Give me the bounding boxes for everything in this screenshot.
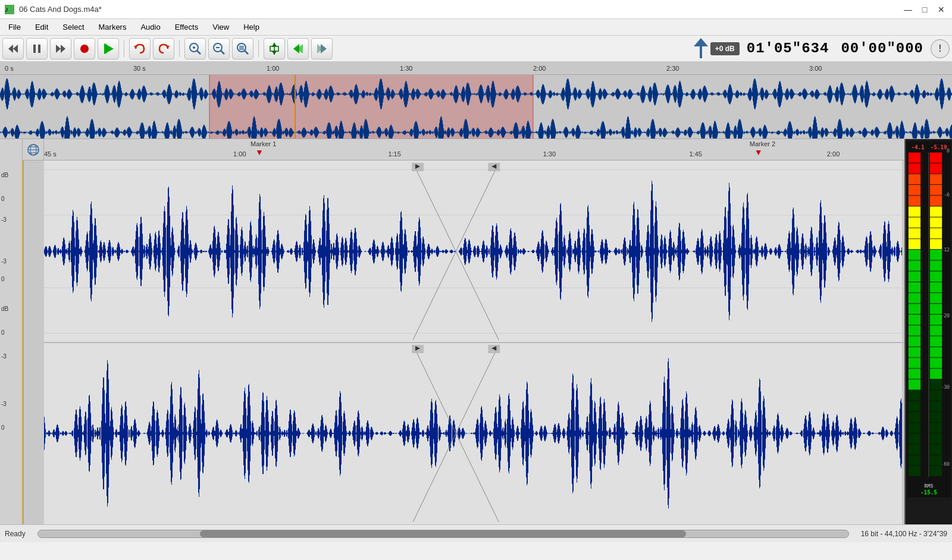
marker2-label: Marker 2: [750, 140, 775, 147]
divider-2: [179, 40, 180, 57]
svg-line-17: [221, 51, 224, 54]
zoom-out-button[interactable]: [208, 38, 230, 59]
menu-item-edit[interactable]: Edit: [29, 21, 54, 33]
svg-marker-10: [166, 46, 170, 49]
time-label-230: 2:30: [666, 65, 679, 72]
menu-item-markers[interactable]: Markers: [93, 21, 133, 33]
detail-time-200: 2:00: [827, 150, 840, 158]
svg-marker-1: [13, 45, 18, 53]
playhead-marker[interactable]: [694, 38, 708, 59]
status-bar: Ready 16 bit - 44,100 Hz - 3'24"39: [0, 524, 952, 542]
time-label-30s: 30 s: [133, 65, 146, 72]
menu-item-effects[interactable]: Effects: [169, 21, 205, 33]
main-waveform-area[interactable]: Marker 1 ▼ Marker 2 ▼ 45 s 1:00 1:15 1:3…: [23, 139, 904, 524]
format-info: 16 bit - 44,100 Hz - 3'24"39: [861, 530, 947, 538]
menu-item-view[interactable]: View: [206, 21, 235, 33]
vu-meter-canvas: [907, 141, 951, 498]
svg-line-19: [245, 51, 248, 54]
alert-button[interactable]: !: [931, 39, 950, 58]
current-time-display: 01'05"634: [742, 40, 834, 56]
svg-rect-3: [38, 45, 40, 53]
gain-display: +0 dB: [710, 42, 740, 55]
db-panel: dB 0 -3 -3 0 dB 0 -3 -3 0: [0, 139, 23, 524]
adjust-amplitude-button[interactable]: [264, 38, 285, 59]
redo-button[interactable]: [153, 38, 174, 59]
zoom-in-button[interactable]: [184, 38, 206, 59]
pause-button[interactable]: [26, 38, 48, 59]
time-label-1m: 1:00: [267, 65, 279, 72]
scrollbar-track[interactable]: [37, 530, 849, 538]
menu-item-help[interactable]: Help: [237, 21, 265, 33]
title-bar: ♪ 06 Cats And Dogs.m4a* — □ ✕: [0, 0, 952, 19]
overview-waveform[interactable]: 0 s 30 s 1:00 1:30 2:00 2:30 3:00: [0, 62, 952, 139]
detail-section: dB 0 -3 -3 0 dB 0 -3 -3 0 Marker 1 ▼: [0, 139, 952, 524]
db-3-ch1: -3: [1, 216, 7, 223]
db-0-ch1: 0: [1, 196, 5, 202]
db-label-ch1-top: dB: [1, 172, 8, 178]
marker2-line: [23, 161, 23, 524]
svg-marker-4: [56, 45, 61, 53]
status-text: Ready: [5, 530, 26, 538]
time-label-130: 1:30: [400, 65, 412, 72]
envelope-in-button[interactable]: [311, 38, 333, 59]
zoom-icon[interactable]: [23, 139, 44, 161]
window-controls: — □ ✕: [902, 4, 947, 15]
window-title: 06 Cats And Dogs.m4a*: [19, 5, 902, 14]
svg-marker-24: [272, 43, 277, 46]
svg-rect-2: [33, 45, 36, 53]
menu-item-file[interactable]: File: [2, 21, 27, 33]
zoom-fit-button[interactable]: [232, 38, 253, 59]
divider-3: [258, 40, 259, 57]
playhead-line: [23, 161, 24, 524]
svg-rect-32: [700, 46, 702, 58]
menu-item-audio[interactable]: Audio: [134, 21, 166, 33]
svg-marker-25: [272, 51, 277, 55]
db-0b-ch2: 0: [1, 424, 5, 431]
marker1-label: Marker 1: [250, 140, 276, 147]
db-3-ch2: -3: [1, 353, 7, 360]
toolbar: +0 dB 01'05"634 00'00"000 !: [0, 36, 952, 62]
selection-time-display: 00'00"000: [836, 40, 928, 56]
svg-line-14: [197, 51, 201, 54]
detail-waveform-canvas[interactable]: [44, 161, 902, 524]
record-button[interactable]: [74, 38, 95, 59]
marker1-line: [23, 161, 23, 524]
svg-point-6: [80, 45, 89, 53]
detail-time-130: 1:30: [543, 150, 556, 158]
fast-forward-button[interactable]: [50, 38, 71, 59]
detail-time-145: 1:45: [690, 150, 702, 158]
marker1-arrow: ▼: [255, 147, 264, 157]
maximize-button[interactable]: □: [919, 4, 931, 15]
db-label-ch2: dB: [1, 306, 8, 312]
svg-marker-0: [8, 45, 13, 53]
svg-marker-5: [61, 45, 65, 53]
play-button[interactable]: [98, 38, 119, 59]
minimize-button[interactable]: —: [902, 4, 914, 15]
time-label-200: 2:00: [533, 65, 546, 72]
undo-button[interactable]: [129, 38, 151, 59]
svg-rect-8: [104, 43, 107, 54]
db-0b-ch1: 0: [1, 276, 5, 282]
overview-canvas[interactable]: [0, 75, 952, 139]
close-button[interactable]: ✕: [935, 4, 947, 15]
vu-meter: [904, 139, 952, 524]
detail-time-100: 1:00: [233, 150, 246, 158]
detail-time-115: 1:15: [388, 150, 400, 158]
detail-time-45s: 45 s: [44, 150, 57, 158]
divider-1: [124, 40, 124, 57]
envelope-out-button[interactable]: [287, 38, 309, 59]
overview-timeline: 0 s 30 s 1:00 1:30 2:00 2:30 3:00: [0, 62, 952, 75]
detail-timeline: Marker 1 ▼ Marker 2 ▼ 45 s 1:00 1:15 1:3…: [44, 139, 904, 161]
rewind-button[interactable]: [2, 38, 24, 59]
menu-bar: FileEditSelectMarkersAudioEffectsViewHel…: [0, 19, 952, 36]
svg-marker-31: [694, 38, 708, 46]
db-3b-ch2: -3: [1, 401, 7, 407]
marker2-arrow: ▼: [754, 147, 763, 157]
app-icon: ♪: [5, 5, 14, 14]
db-3b-ch1: -3: [1, 258, 7, 265]
menu-item-select[interactable]: Select: [57, 21, 90, 33]
time-label-0s: 0 s: [5, 65, 14, 72]
db-0-ch2: 0: [1, 329, 5, 336]
time-label-300: 3:00: [809, 65, 822, 72]
scrollbar-thumb[interactable]: [200, 530, 686, 537]
